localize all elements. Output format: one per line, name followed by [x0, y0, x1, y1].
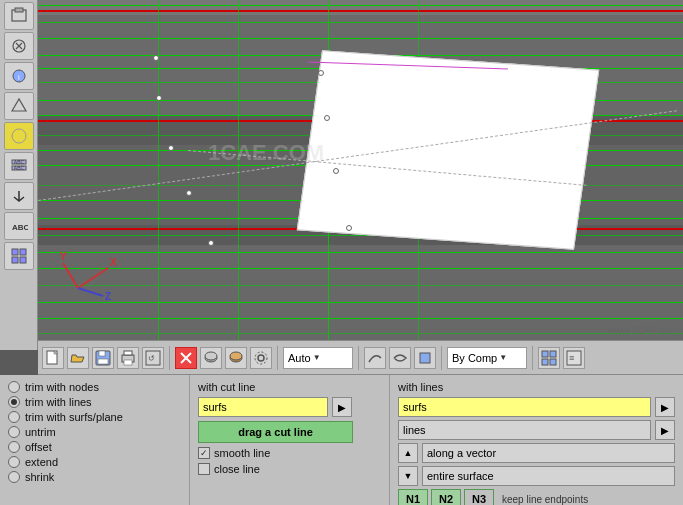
svg-text:ABC: ABC	[12, 223, 28, 232]
tb-btn-arrow[interactable]	[4, 182, 34, 210]
svg-point-37	[255, 352, 267, 364]
option-offset[interactable]: offset	[8, 441, 181, 453]
smooth-line-row[interactable]: smooth line	[198, 447, 381, 459]
svg-point-36	[258, 355, 264, 361]
along-vector-row: ▲ along a vector	[398, 443, 675, 463]
svg-rect-39	[542, 351, 548, 357]
drag-cut-line-btn[interactable]: drag a cut line	[198, 421, 353, 443]
option-extend[interactable]: extend	[8, 456, 181, 468]
svg-rect-12	[20, 249, 26, 255]
radio-extend[interactable]	[8, 456, 20, 468]
by-comp-label: By Comp	[452, 352, 497, 364]
by-comp-arrow: ▼	[499, 353, 507, 362]
entire-surface-down-btn[interactable]: ▼	[398, 466, 418, 486]
along-vector-up-btn[interactable]: ▲	[398, 443, 418, 463]
entire-surface-row: ▼ entire surface	[398, 466, 675, 486]
svg-rect-24	[98, 359, 108, 364]
option-trim-nodes[interactable]: trim with nodes	[8, 381, 181, 393]
n3-btn[interactable]: N3	[464, 489, 494, 505]
viewport-3d[interactable]: 1CAE.COM X Y Z www.1CAE.com	[38, 0, 683, 340]
svg-rect-13	[12, 257, 18, 263]
tb-icon-new[interactable]	[42, 347, 64, 369]
label-trim-lines: trim with lines	[25, 396, 92, 408]
svg-rect-42	[550, 359, 556, 365]
label-trim-nodes: trim with nodes	[25, 381, 99, 393]
left-toolbar: i ABC ABC ABC	[0, 0, 38, 350]
tb-btn-5[interactable]	[4, 122, 34, 150]
svg-text:Z: Z	[105, 291, 111, 302]
tb-icon-extra[interactable]: ≡	[563, 347, 585, 369]
n1-btn[interactable]: N1	[398, 489, 428, 505]
tb-icon-box[interactable]	[414, 347, 436, 369]
svg-line-17	[63, 263, 78, 288]
tb-icon-shape2[interactable]	[225, 347, 247, 369]
tb-btn-grid[interactable]	[4, 242, 34, 270]
radio-offset[interactable]	[8, 441, 20, 453]
radio-shrink[interactable]	[8, 471, 20, 483]
option-trim-surfs[interactable]: trim with surfs/plane	[8, 411, 181, 423]
close-line-checkbox[interactable]	[198, 463, 210, 475]
tb-btn-3[interactable]: i	[4, 62, 34, 90]
lines-lines-arrow-btn[interactable]: ▶	[655, 420, 675, 440]
close-line-label: close line	[214, 463, 260, 475]
option-shrink[interactable]: shrink	[8, 471, 181, 483]
svg-rect-40	[550, 351, 556, 357]
lines-lines-field[interactable]: lines	[398, 420, 651, 440]
top-toolbar: ↺ Auto ▼ By Comp ▼ ≡	[38, 340, 683, 375]
svg-rect-27	[124, 360, 132, 365]
svg-line-19	[78, 288, 103, 296]
n2-btn[interactable]: N2	[431, 489, 461, 505]
radio-untrim[interactable]	[8, 426, 20, 438]
tb-btn-4[interactable]	[4, 92, 34, 120]
cut-surfs-arrow-btn[interactable]: ▶	[332, 397, 352, 417]
radio-trim-lines[interactable]	[8, 396, 20, 408]
tb-icon-curve1[interactable]	[364, 347, 386, 369]
keep-endpoints-label: keep line endpoints	[502, 494, 588, 505]
smooth-line-checkbox[interactable]	[198, 447, 210, 459]
smooth-line-label: smooth line	[214, 447, 270, 459]
left-options-panel: trim with nodes trim with lines trim wit…	[0, 375, 190, 505]
tb-icon-save[interactable]	[92, 347, 114, 369]
auto-dropdown[interactable]: Auto ▼	[283, 347, 353, 369]
tb-btn-1[interactable]	[4, 2, 34, 30]
lines-surfs-arrow-btn[interactable]: ▶	[655, 397, 675, 417]
tb-icon-open[interactable]	[67, 347, 89, 369]
by-comp-dropdown[interactable]: By Comp ▼	[447, 347, 527, 369]
cut-surfs-field[interactable]: surfs	[198, 397, 328, 417]
svg-rect-26	[124, 351, 132, 355]
svg-text:i: i	[18, 73, 20, 82]
svg-text:Y: Y	[60, 251, 67, 262]
lines-lines-row: lines ▶	[398, 420, 675, 440]
surfs-field-row: surfs ▶	[198, 397, 381, 417]
watermark-url: www.1CAE.com	[607, 325, 679, 336]
tb-btn-abc3[interactable]: ABC	[4, 212, 34, 240]
along-vector-field: along a vector	[422, 443, 675, 463]
auto-dropdown-label: Auto	[288, 352, 311, 364]
n-btns-group: N1 N2 N3	[398, 489, 494, 505]
entire-surface-field: entire surface	[422, 466, 675, 486]
option-trim-lines[interactable]: trim with lines	[8, 396, 181, 408]
tb-icon-red-x[interactable]	[175, 347, 197, 369]
option-untrim[interactable]: untrim	[8, 426, 181, 438]
svg-rect-14	[20, 257, 26, 263]
tb-icon-grid2[interactable]	[538, 347, 560, 369]
radio-trim-nodes[interactable]	[8, 381, 20, 393]
tb-icon-undo[interactable]: ↺	[142, 347, 164, 369]
lines-surfs-row: surfs ▶	[398, 397, 675, 417]
tb-icon-curve2[interactable]	[389, 347, 411, 369]
svg-rect-38	[420, 353, 430, 363]
separator-4	[441, 346, 442, 370]
close-line-row[interactable]: close line	[198, 463, 381, 475]
tb-icon-settings[interactable]	[250, 347, 272, 369]
label-trim-surfs: trim with surfs/plane	[25, 411, 123, 423]
svg-point-35	[230, 352, 242, 360]
tb-icon-print[interactable]	[117, 347, 139, 369]
tb-btn-2[interactable]	[4, 32, 34, 60]
lines-surfs-field[interactable]: surfs	[398, 397, 651, 417]
radio-trim-surfs[interactable]	[8, 411, 20, 423]
cut-line-title: with cut line	[198, 381, 381, 393]
tb-btn-6[interactable]: ABC ABC	[4, 152, 34, 180]
n-buttons-row: N1 N2 N3 keep line endpoints	[398, 489, 675, 505]
tb-icon-shape1[interactable]	[200, 347, 222, 369]
svg-line-15	[78, 268, 108, 288]
